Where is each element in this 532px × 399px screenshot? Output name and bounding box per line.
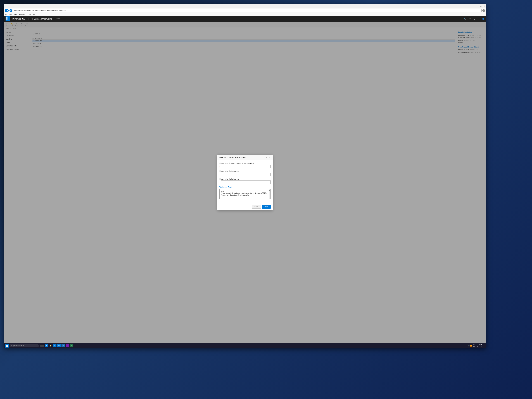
back-button[interactable]: Back bbox=[252, 205, 261, 209]
menu-file[interactable]: File bbox=[5, 14, 7, 15]
email-required-star: * bbox=[219, 165, 220, 168]
email-scrollbar[interactable]: ▲ ▼ bbox=[269, 189, 271, 199]
help-icon[interactable]: ? bbox=[478, 18, 479, 20]
title-bar-buttons: − □ ✕ bbox=[477, 5, 485, 7]
ie-logo-icon: e bbox=[10, 9, 12, 12]
windows-icon bbox=[6, 345, 8, 347]
user-icon[interactable]: 👤 bbox=[482, 18, 485, 20]
welcome-email-title: Welcome Email bbox=[219, 186, 271, 188]
email-input[interactable] bbox=[221, 165, 271, 168]
invite-external-accountant-dialog: INVITE EXTERNAL ACCOUNTANT ⤢ ✕ Please en… bbox=[217, 155, 273, 210]
modal-footer: Back Next bbox=[217, 203, 273, 210]
taskbar: ○ Type here to search ⬛⬛ e 📁 ⊞ O e N X▐ … bbox=[4, 343, 486, 348]
taskbar-search-bar[interactable]: ○ Type here to search bbox=[10, 344, 39, 347]
welcome-email-section: Welcome Email ▲ ▼ bbox=[219, 186, 271, 199]
email-form-group: Please enter the email address of the ac… bbox=[219, 162, 271, 168]
first-name-required-star: * bbox=[219, 173, 220, 176]
taskbar-language: ENG DA bbox=[473, 344, 475, 347]
last-name-input[interactable] bbox=[221, 181, 271, 184]
taskbar-app-excel[interactable]: X▐ bbox=[70, 344, 73, 347]
ie-refresh-icon[interactable]: ⟳ bbox=[482, 9, 485, 12]
email-label: Please enter the email address of the ac… bbox=[219, 162, 271, 164]
next-button[interactable]: Next bbox=[262, 205, 271, 209]
modal-overlay: INVITE EXTERNAL ACCOUNTANT ⤢ ✕ Please en… bbox=[4, 22, 486, 343]
last-name-label: Please enter the last name. bbox=[219, 178, 271, 180]
nav-page-label: Users bbox=[54, 18, 63, 20]
modal-close-icon[interactable]: ✕ bbox=[269, 156, 271, 158]
last-name-required-star: * bbox=[219, 181, 220, 184]
address-bar: ◀ e https://vnain1848tnbx915us17364s.fin… bbox=[4, 8, 486, 13]
url-bar[interactable]: https://vnain1848tnbx915us17364s.financi… bbox=[13, 9, 481, 12]
notification-icon[interactable]: 🗨 bbox=[483, 345, 485, 347]
taskbar-system-icons: ^ 🔊 📶 bbox=[467, 345, 472, 347]
browser-window: − □ ✕ ◀ e https://vnain1848tnbx915us1736… bbox=[4, 4, 486, 348]
title-bar: − □ ✕ bbox=[4, 4, 486, 8]
scroll-down-icon[interactable]: ▼ bbox=[269, 198, 270, 199]
welcome-email-box: ▲ ▼ bbox=[219, 189, 271, 199]
first-name-form-row: * bbox=[219, 173, 271, 176]
close-button[interactable]: ✕ bbox=[483, 5, 485, 7]
first-name-form-group: Please enter the first name. * bbox=[219, 170, 271, 176]
taskbar-app-edge[interactable]: e bbox=[44, 344, 48, 347]
svg-rect-3 bbox=[7, 346, 8, 347]
search-icon[interactable]: 🔍 bbox=[463, 18, 466, 20]
modal-header: INVITE EXTERNAL ACCOUNTANT ⤢ ✕ bbox=[217, 155, 273, 160]
first-name-input[interactable] bbox=[221, 173, 271, 176]
taskbar-app-outlook[interactable]: O bbox=[57, 344, 61, 347]
menu-bar: File Edit View Favorites Tools Help bbox=[4, 13, 486, 16]
settings-icon[interactable]: ⚙ bbox=[474, 18, 475, 20]
taskbar-app-onenote[interactable]: N bbox=[66, 344, 69, 347]
scroll-up-icon[interactable]: ▲ bbox=[269, 190, 270, 191]
svg-rect-2 bbox=[6, 346, 7, 347]
last-name-form-group: Please enter the last name. * bbox=[219, 178, 271, 184]
taskbar-app-explorer[interactable]: 📁 bbox=[49, 344, 52, 347]
menu-help[interactable]: Help bbox=[33, 14, 36, 15]
taskbar-app-task-view[interactable]: ⬛⬛ bbox=[40, 344, 44, 347]
dynamics-brand[interactable]: Dynamics 365 ∨ bbox=[10, 18, 29, 20]
taskbar-apps: ⬛⬛ e 📁 ⊞ O e N X▐ bbox=[40, 344, 73, 347]
menu-view[interactable]: View bbox=[14, 14, 17, 15]
search-circle-icon: ○ bbox=[11, 345, 12, 347]
modal-expand-icon[interactable]: ⤢ bbox=[266, 156, 267, 158]
start-button[interactable] bbox=[5, 344, 9, 348]
svg-rect-0 bbox=[6, 345, 7, 346]
nav-bar: Dynamics 365 ∨ Finance and Operations Us… bbox=[4, 16, 486, 22]
menu-favorites[interactable]: Favorites bbox=[19, 14, 25, 15]
restore-button[interactable]: □ bbox=[480, 5, 482, 7]
svg-rect-1 bbox=[7, 345, 8, 346]
last-name-form-row: * bbox=[219, 181, 271, 184]
email-form-row: * bbox=[219, 165, 271, 168]
welcome-email-textarea[interactable] bbox=[220, 189, 269, 199]
grid-icon bbox=[6, 17, 9, 20]
menu-tools[interactable]: Tools bbox=[27, 14, 31, 15]
modal-body: Please enter the email address of the ac… bbox=[217, 160, 273, 203]
taskbar-app-store[interactable]: ⊞ bbox=[53, 344, 57, 347]
taskbar-right: ^ 🔊 📶 ENG DA 1:27 PM 9/17/2017 🗨 bbox=[467, 344, 485, 347]
brand-label: Dynamics 365 bbox=[13, 18, 25, 20]
taskbar-app-ie[interactable]: e bbox=[62, 344, 65, 347]
modal-title: INVITE EXTERNAL ACCOUNTANT bbox=[219, 157, 247, 158]
feedback-icon[interactable]: ☺ bbox=[469, 18, 471, 20]
modal-header-icons: ⤢ ✕ bbox=[266, 156, 271, 158]
first-name-label: Please enter the first name. bbox=[219, 170, 271, 172]
minimize-button[interactable]: − bbox=[477, 5, 479, 7]
nav-module-label[interactable]: Finance and Operations bbox=[29, 18, 54, 20]
app-launcher-button[interactable] bbox=[6, 16, 10, 21]
nav-right-icons: 🔍 ☺ ⚙ ? 👤 bbox=[463, 18, 485, 20]
menu-edit[interactable]: Edit bbox=[10, 14, 12, 15]
taskbar-search-label: Type here to search bbox=[13, 345, 24, 347]
taskbar-time: 1:27 PM 9/17/2017 bbox=[477, 344, 482, 347]
back-button[interactable]: ◀ bbox=[5, 9, 9, 13]
brand-chevron-icon: ∨ bbox=[25, 18, 26, 19]
